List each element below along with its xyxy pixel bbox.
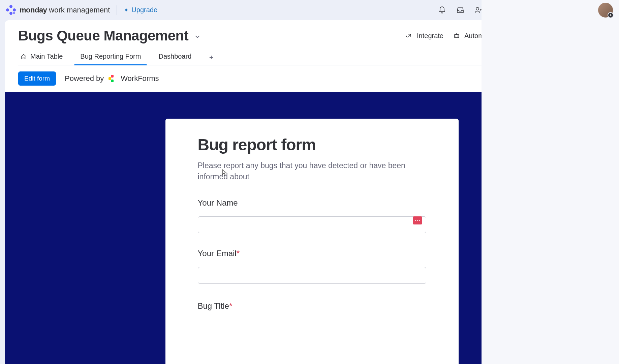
integrate-label: Integrate xyxy=(417,32,443,40)
product-name: monday work management xyxy=(20,6,110,14)
notifications-icon[interactable] xyxy=(438,6,446,14)
password-manager-icon[interactable] xyxy=(413,216,422,224)
product-name-light: work management xyxy=(49,6,110,14)
tab-dashboard[interactable]: Dashboard xyxy=(156,50,193,65)
form-card: Bug report form Please report any bugs t… xyxy=(165,119,459,364)
upgrade-link[interactable]: ✦ Upgrade xyxy=(124,6,157,14)
svg-rect-7 xyxy=(455,34,459,37)
powered-by: Powered by WorkForms xyxy=(65,74,159,83)
tab-dashboard-label: Dashboard xyxy=(158,53,191,60)
inbox-icon[interactable] xyxy=(456,6,464,14)
field-bug-title: Bug Title* xyxy=(198,301,426,311)
tab-bug-reporting-form[interactable]: Bug Reporting Form xyxy=(78,50,143,65)
field-bug-title-text: Bug Title xyxy=(198,301,229,310)
add-view-button[interactable]: + xyxy=(207,53,216,62)
product-name-bold: monday xyxy=(20,6,47,14)
workforms-logo-icon xyxy=(109,75,116,82)
tab-main-table-label: Main Table xyxy=(30,53,63,60)
profile-avatar[interactable]: + xyxy=(598,3,613,18)
workforms-label: WorkForms xyxy=(121,74,159,83)
home-icon xyxy=(20,53,27,60)
chevron-down-icon xyxy=(194,28,201,44)
your-email-input[interactable] xyxy=(198,267,426,284)
edit-form-button[interactable]: Edit form xyxy=(18,71,56,86)
svg-point-8 xyxy=(455,36,456,36)
field-your-email-label: Your Email* xyxy=(198,249,426,258)
svg-point-9 xyxy=(457,36,458,36)
form-description: Please report any bugs that you have det… xyxy=(198,160,413,183)
window-right-margin xyxy=(482,0,619,364)
divider xyxy=(117,5,117,15)
svg-point-0 xyxy=(476,7,479,10)
sparkle-icon: ✦ xyxy=(124,6,129,14)
your-name-input[interactable] xyxy=(198,216,426,233)
field-your-name: Your Name xyxy=(198,198,426,233)
board-title-text: Bugs Queue Management xyxy=(18,28,188,44)
product-logo[interactable]: monday work management xyxy=(6,5,110,15)
field-your-email: Your Email* xyxy=(198,249,426,284)
monday-logo-icon xyxy=(6,5,16,15)
tab-main-table[interactable]: Main Table xyxy=(18,50,65,65)
powered-by-label: Powered by xyxy=(65,74,104,83)
field-bug-title-label: Bug Title* xyxy=(198,301,426,311)
avatar-add-badge: + xyxy=(608,12,614,18)
form-title: Bug report form xyxy=(198,135,426,154)
integrate-button[interactable]: Integrate xyxy=(405,32,443,40)
tab-bug-form-label: Bug Reporting Form xyxy=(80,53,141,60)
field-your-name-label: Your Name xyxy=(198,198,426,208)
field-your-email-text: Your Email xyxy=(198,249,237,258)
required-asterisk: * xyxy=(229,301,232,310)
board-title[interactable]: Bugs Queue Management xyxy=(18,28,201,44)
required-asterisk: * xyxy=(237,249,240,258)
upgrade-label: Upgrade xyxy=(131,6,157,14)
